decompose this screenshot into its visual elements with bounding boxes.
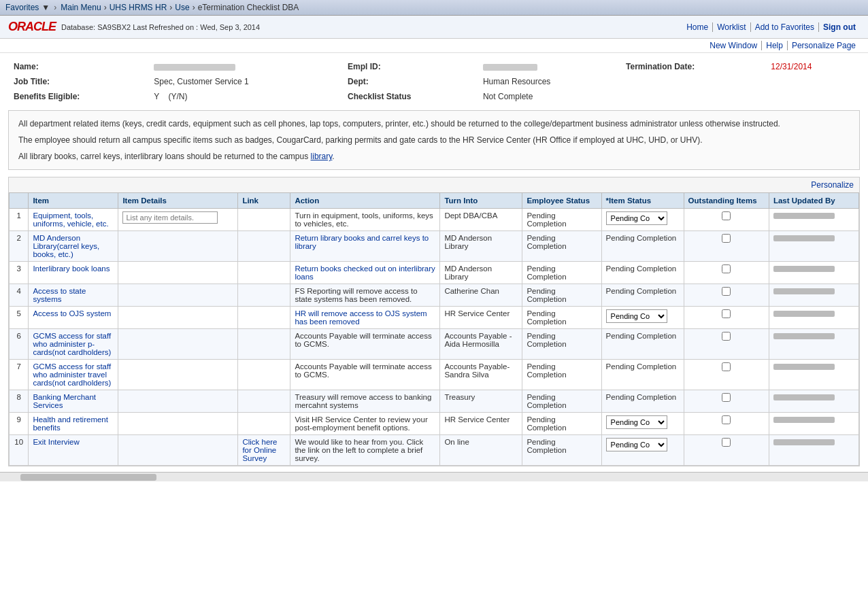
item-link-2[interactable]: MD Anderson Library(carrel keys, books, … [33,234,99,258]
outstanding-checkbox-9[interactable] [722,415,731,424]
row-item: Equipment, tools, uniforms, vehicle, etc… [29,209,118,231]
row-turn-into: Catherine Chan [440,284,522,307]
row-emp-status: Pending Completion [522,435,601,466]
nav-dropdown-icon: ▼ [41,3,50,12]
row-item-details [118,390,238,413]
favorites-menu[interactable]: Favorites [5,3,39,12]
outstanding-checkbox-8[interactable] [722,393,731,402]
row-action: We would like to hear from you. Click th… [290,435,440,466]
uhs-hrms-hr[interactable]: UHS HRMS HR [110,3,167,12]
row-num: 8 [10,390,29,413]
item-status-select-1[interactable]: Pending CoComplete [606,211,667,225]
row-action: Accounts Payable will terminate access t… [290,329,440,360]
row-link [238,329,290,360]
col-item-details: Item Details [118,193,238,209]
row-action: Visit HR Service Center to review your p… [290,413,440,435]
row-outstanding [684,209,769,231]
name-value [150,60,342,73]
nav-arrow3: › [193,3,195,12]
table-row: 7 GCMS access for staff who administer t… [10,360,859,390]
last-updated-redacted-6 [773,333,835,339]
item-link-10[interactable]: Exit Interview [33,438,79,446]
row-item-details [118,307,238,329]
row-action: Turn in equipment, tools, uniforms, keys… [290,209,440,231]
notice-3: All library books, carrel keys, interlib… [18,150,850,162]
item-link-3[interactable]: Interlibrary book loans [33,264,110,273]
item-link-8[interactable]: Banking Merchant Services [33,393,96,409]
table-row: 8 Banking Merchant Services Treasury wil… [10,390,859,413]
row-item-status: Pending CoComplete [601,435,684,466]
col-action: Action [290,193,440,209]
row-link [238,284,290,307]
row-item-status: Pending Completion [601,262,684,284]
row-last-updated [769,413,858,435]
outstanding-checkbox-7[interactable] [722,362,731,371]
row-link [238,390,290,413]
sign-out-link[interactable]: Sign out [819,22,860,32]
name-redacted [154,64,235,71]
home-link[interactable]: Home [682,22,713,32]
row-outstanding [684,390,769,413]
row-turn-into: Treasury [440,390,522,413]
item-details-input-1[interactable] [122,211,218,224]
help-link[interactable]: Help [762,41,788,50]
library-link[interactable]: library [311,152,333,161]
outstanding-checkbox-6[interactable] [722,332,731,341]
outstanding-checkbox-1[interactable] [722,211,731,220]
action-link-5[interactable]: HR will remove access to OJS system has … [295,309,427,326]
click-here-survey-link[interactable]: Click here for Online Survey [242,438,277,462]
worklist-link[interactable]: Worklist [713,22,750,32]
row-item-details[interactable] [118,209,238,231]
row-action: Treasury will remove access to banking m… [290,390,440,413]
row-outstanding [684,413,769,435]
row-last-updated [769,390,858,413]
row-num: 4 [10,284,29,307]
name-label: Name: [10,60,148,73]
horizontal-scrollbar[interactable] [0,472,868,481]
action-link-2[interactable]: Return library books and carrel keys to … [295,234,429,250]
item-link-6[interactable]: GCMS access for staff who administer p-c… [33,332,111,356]
outstanding-checkbox-2[interactable] [722,234,731,243]
row-num: 7 [10,360,29,390]
item-status-select-9[interactable]: Pending CoComplete [606,415,667,429]
action-link-3[interactable]: Return books checked out on interlibrary… [295,264,435,281]
item-status-select-10[interactable]: Pending CoComplete [606,438,667,451]
dept-value: Human Resources [479,75,620,88]
row-emp-status: Pending Completion [522,231,601,262]
table-row: 10 Exit Interview Click here for Online … [10,435,859,466]
item-link-7[interactable]: GCMS access for staff who administer tra… [33,362,111,387]
outstanding-checkbox-4[interactable] [722,287,731,296]
row-last-updated [769,262,858,284]
row-turn-into: HR Service Center [440,307,522,329]
row-turn-into: MD Anderson Library [440,231,522,262]
use-link[interactable]: Use [175,3,189,12]
item-link-5[interactable]: Access to OJS system [33,309,111,318]
table-row: 3 Interlibrary book loans Return books c… [10,262,859,284]
database-tagline: Database: SA9SBX2 Last Refreshed on : We… [61,23,260,31]
item-link-4[interactable]: Access to state systems [33,287,86,303]
row-emp-status: Pending Completion [522,284,601,307]
outstanding-checkbox-3[interactable] [722,264,731,273]
item-status-select-5[interactable]: Pending CoComplete [606,309,667,323]
item-link-1[interactable]: Equipment, tools, uniforms, vehicle, etc… [33,211,108,228]
add-to-favorites-link[interactable]: Add to Favorites [751,22,819,32]
row-turn-into: MD Anderson Library [440,262,522,284]
personalize-page-link[interactable]: Personalize Page [788,41,860,50]
personalize-table-link[interactable]: Personalize [811,180,854,190]
outstanding-checkbox-10[interactable] [722,438,731,447]
main-menu[interactable]: Main Menu [61,3,101,12]
row-outstanding [684,262,769,284]
row-last-updated [769,307,858,329]
item-link-9[interactable]: Health and retirement benefits [33,415,108,432]
row-link [238,307,290,329]
row-item-status: Pending Completion [601,284,684,307]
dept-label: Dept: [344,75,478,88]
outstanding-checkbox-5[interactable] [722,309,731,318]
row-action: Accounts Payable will terminate access t… [290,360,440,390]
row-item-details [118,231,238,262]
col-last-updated: Last Updated By [769,193,858,209]
job-title-value: Spec, Customer Service 1 [150,75,342,88]
oracle-brand: ORACLE [8,20,56,34]
new-window-link[interactable]: New Window [705,41,762,50]
scroll-thumb[interactable] [20,474,156,481]
